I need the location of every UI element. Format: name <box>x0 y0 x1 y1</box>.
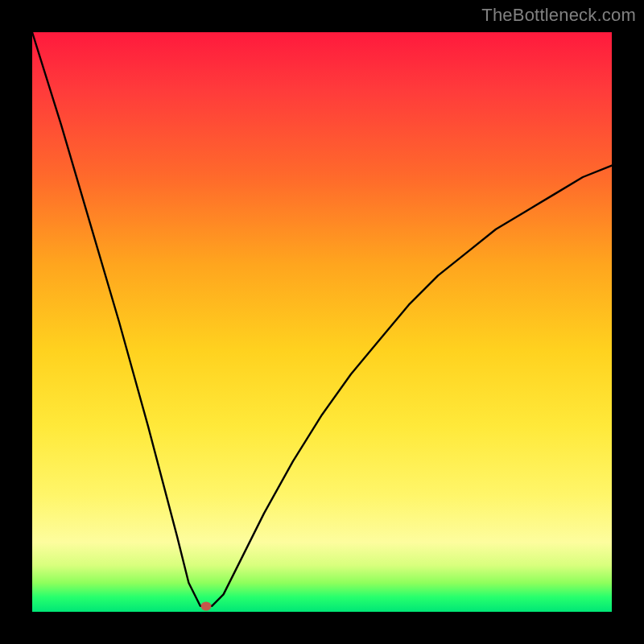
bottleneck-curve <box>32 32 612 612</box>
plot-area <box>32 32 612 612</box>
current-point-marker <box>201 601 212 610</box>
watermark-text: TheBottleneck.com <box>481 5 636 26</box>
chart-frame: TheBottleneck.com <box>0 0 644 644</box>
